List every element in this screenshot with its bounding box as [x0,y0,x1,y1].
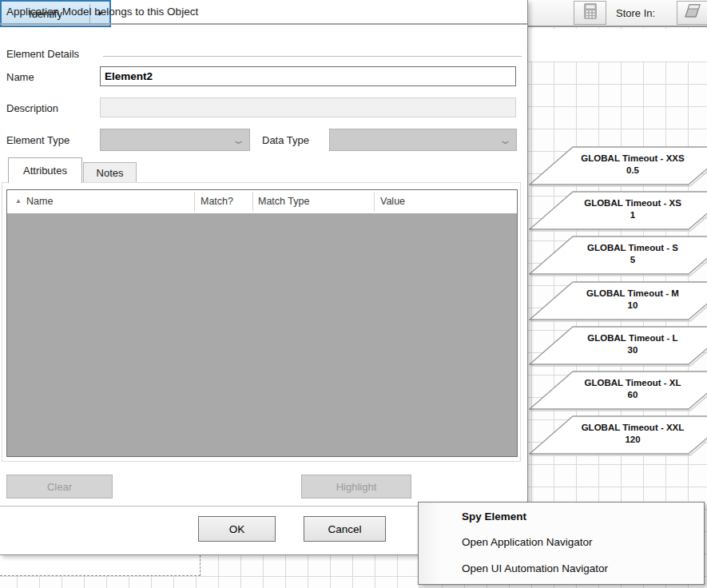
data-item-global-timeout-s[interactable]: GLOBAL Timeout - S 5 [529,236,707,277]
sort-ascending-icon: ▲ [15,197,22,205]
column-separator [194,192,195,212]
data-item-global-timeout-xl[interactable]: GLOBAL Timeout - XL 60 [529,371,707,412]
svg-text:1: 1 [630,210,636,220]
tab-attributes[interactable]: Attributes [8,157,82,183]
menu-item-spy-element[interactable]: Spy Element [419,504,704,530]
selection-marquee [0,555,201,576]
column-separator [374,192,375,212]
store-in-label: Store In: [616,7,655,19]
svg-text:30: 30 [628,345,638,355]
clear-button: Clear [6,475,113,499]
svg-text:GLOBAL Timeout - XS: GLOBAL Timeout - XS [584,198,681,208]
ok-button[interactable]: OK [198,516,276,542]
element-details-group-label: Element Details [6,48,79,60]
description-input [100,97,516,117]
data-item-global-timeout-xs[interactable]: GLOBAL Timeout - XS 1 [529,191,707,232]
element-type-select: ⌄ [100,129,250,151]
chevron-down-icon: ⌄ [498,135,512,145]
chevron-down-icon: ⌄ [232,135,245,145]
diagram-margin [528,29,707,62]
data-type-label: Data Type [262,134,309,146]
data-item-global-timeout-m[interactable]: GLOBAL Timeout - M 10 [529,281,707,323]
svg-text:GLOBAL Timeout - M: GLOBAL Timeout - M [586,288,679,298]
data-type-select: ⌄ [329,129,517,151]
calculation-button[interactable] [574,1,606,25]
menu-item-open-application-navigator[interactable]: Open Application Navigator [419,530,704,555]
data-item-global-timeout-xxs[interactable]: GLOBAL Timeout - XXS 0.5 [529,146,707,188]
name-label: Name [6,71,34,83]
svg-text:GLOBAL Timeout - XL: GLOBAL Timeout - XL [585,378,681,387]
svg-text:GLOBAL Timeout - XXL: GLOBAL Timeout - XXL [582,423,685,432]
data-item-global-timeout-l[interactable]: GLOBAL Timeout - L 30 [529,326,707,368]
column-header-match-type[interactable]: Match Type [258,196,309,207]
column-header-value[interactable]: Value [380,196,405,207]
dialog-title: Application Model belongs to this Object [6,6,198,18]
cancel-button[interactable]: Cancel [304,516,386,542]
menu-item-open-ui-automation-navigator[interactable]: Open UI Automation Navigator [419,556,704,582]
highlight-button: Highlight [301,475,411,499]
background-toolbar: Store In: [528,0,707,27]
description-label: Description [6,102,58,114]
tab-notes[interactable]: Notes [83,162,137,183]
svg-text:60: 60 [628,390,638,399]
group-line [103,56,522,57]
column-separator [252,192,253,212]
svg-text:GLOBAL Timeout - L: GLOBAL Timeout - L [587,333,677,343]
identify-dropdown-menu: Spy Element Open Application Navigator O… [418,502,705,585]
column-header-name[interactable]: Name [26,196,53,207]
column-header-match[interactable]: Match? [201,196,233,207]
attributes-table-header: ▲ Name Match? Match Type Value [7,190,517,213]
application-modeller-dialog: Application Model belongs to this Object… [0,0,528,555]
svg-text:GLOBAL Timeout - XXS: GLOBAL Timeout - XXS [581,153,685,163]
svg-text:GLOBAL Timeout - S: GLOBAL Timeout - S [587,243,678,252]
title-separator [0,23,527,25]
attributes-table: ▲ Name Match? Match Type Value [6,189,518,457]
element-type-label: Element Type [6,134,70,146]
svg-text:10: 10 [628,300,638,310]
data-item-global-timeout-xxl[interactable]: GLOBAL Timeout - XXL 120 [529,415,707,457]
svg-text:120: 120 [625,435,640,444]
store-in-button[interactable] [677,1,707,25]
svg-text:0.5: 0.5 [626,165,640,175]
calculator-icon [582,2,598,24]
data-item-icon [683,2,702,23]
name-input[interactable] [100,66,516,86]
svg-text:5: 5 [630,255,636,264]
